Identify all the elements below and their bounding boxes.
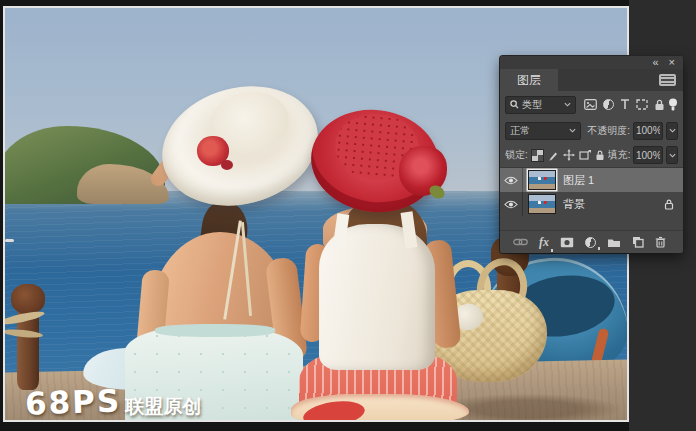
visibility-toggle[interactable] <box>500 168 523 192</box>
layer-row-layer1[interactable]: 图层 1 <box>500 168 683 192</box>
chevron-down-icon <box>564 102 571 107</box>
opacity-value: 100% <box>636 125 660 136</box>
layer-thumbnail[interactable] <box>528 170 556 190</box>
adjustment-flyout-dot <box>598 247 601 250</box>
panel-titlebar: « × <box>500 56 683 69</box>
opacity-label: 不透明度: <box>584 124 630 138</box>
panel-bottom-bar: fx <box>500 231 683 253</box>
lock-all-icon[interactable] <box>595 150 605 161</box>
fx-flyout-dot <box>551 249 554 252</box>
filter-type-label: 类型 <box>522 98 542 112</box>
opacity-field[interactable]: 100% <box>633 122 663 140</box>
watermark-logo: 68PS <box>24 382 121 420</box>
lock-row: 锁定: 填充: 100% <box>500 143 683 167</box>
layer-name[interactable]: 背景 <box>563 197 585 212</box>
blend-row: 正常 不透明度: 100% <box>500 118 683 143</box>
fill-dropdown[interactable] <box>666 146 678 164</box>
filter-toggle[interactable] <box>668 98 678 112</box>
tab-layers[interactable]: 图层 <box>500 69 558 91</box>
visibility-toggle[interactable] <box>500 192 523 216</box>
eye-icon <box>504 200 518 209</box>
collapse-panel-icon[interactable]: « <box>652 57 658 68</box>
lock-artboard-icon[interactable] <box>579 150 591 161</box>
filter-shape-layers-icon[interactable] <box>636 99 648 110</box>
lock-label: 锁定: <box>505 148 528 162</box>
chevron-down-icon <box>569 128 576 133</box>
filter-type-layers-icon[interactable] <box>620 99 630 110</box>
panel-tab-bar: 图层 <box>500 69 683 91</box>
lock-pixels-icon[interactable] <box>548 150 559 161</box>
link-layers-icon[interactable] <box>513 238 528 246</box>
lock-transparency-icon[interactable] <box>531 149 544 162</box>
white-hat-flower-bud <box>221 160 233 170</box>
watermark-text: 联盟原创 <box>125 394 201 420</box>
delete-layer-icon[interactable] <box>655 236 666 248</box>
layers-panel: « × 图层 类型 <box>500 56 683 253</box>
background-lock-icon <box>664 199 674 210</box>
layer-list: 图层 1 背景 <box>500 167 683 231</box>
layer-thumbnail[interactable] <box>528 194 556 214</box>
filter-type-select[interactable]: 类型 <box>505 96 576 114</box>
fill-field[interactable]: 100% <box>633 146 663 164</box>
fill-value: 100% <box>636 150 660 161</box>
search-icon <box>510 100 519 109</box>
new-layer-icon[interactable] <box>632 236 644 248</box>
filter-adjustment-layers-icon[interactable] <box>603 99 614 110</box>
new-group-icon[interactable] <box>607 237 621 248</box>
chevron-down-icon <box>669 153 676 158</box>
lock-buttons <box>531 149 605 162</box>
watermark: 68PS 联盟原创 <box>25 384 201 420</box>
fill-label: 填充: <box>608 148 630 162</box>
layer-style-button[interactable]: fx <box>539 235 549 250</box>
new-adjustment-layer-icon[interactable] <box>585 237 596 248</box>
filter-icon-group <box>584 99 665 111</box>
layer-name[interactable]: 图层 1 <box>563 173 594 188</box>
add-layer-mask-icon[interactable] <box>560 237 574 248</box>
opacity-dropdown[interactable] <box>666 122 678 140</box>
eye-icon <box>504 176 518 185</box>
blend-mode-value: 正常 <box>510 124 530 138</box>
left-woman-dress-edge <box>155 324 275 337</box>
chevron-down-icon <box>669 128 676 133</box>
layer-row-background[interactable]: 背景 <box>500 192 683 216</box>
distant-boat <box>5 239 14 242</box>
blend-mode-select[interactable]: 正常 <box>505 122 581 140</box>
panel-menu-icon[interactable] <box>659 74 676 86</box>
filter-smart-objects-icon[interactable] <box>654 99 665 111</box>
filter-toggle-icon <box>668 98 678 112</box>
lock-position-icon[interactable] <box>563 149 575 161</box>
filter-row: 类型 <box>500 91 683 118</box>
page: 68PS 联盟原创 « × 图层 类型 <box>0 0 696 431</box>
filter-pixel-layers-icon[interactable] <box>584 99 597 110</box>
close-panel-icon[interactable]: × <box>669 57 675 68</box>
left-bollard-cap <box>11 284 45 314</box>
